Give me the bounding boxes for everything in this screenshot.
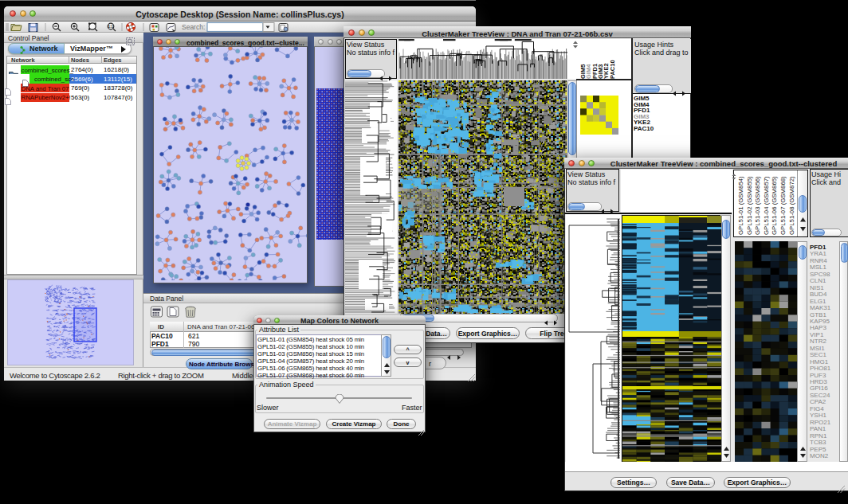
svg-text:1:1: 1:1	[108, 25, 114, 29]
svg-text:Search:: Search:	[182, 23, 205, 31]
